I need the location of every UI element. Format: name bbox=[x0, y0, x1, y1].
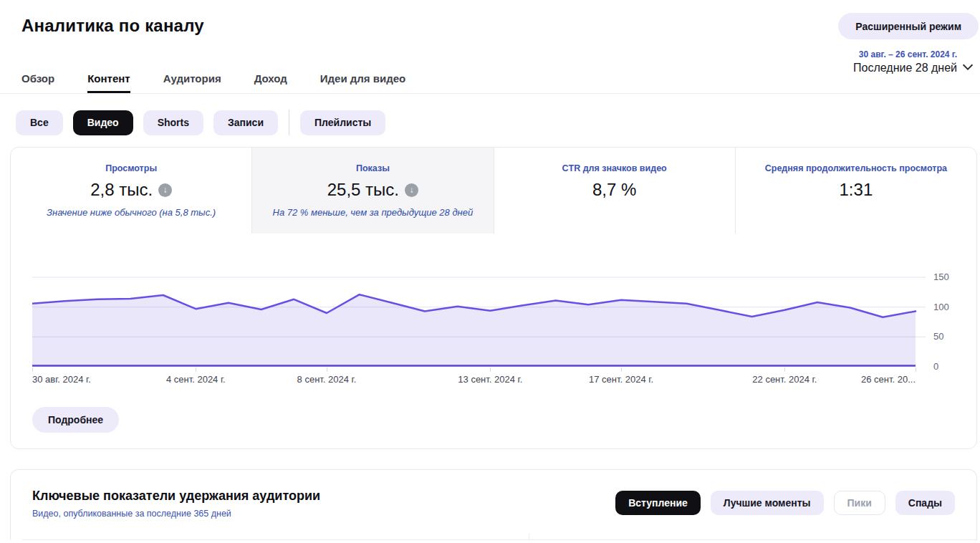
x-axis-tick-label: 8 сент. 2024 г. bbox=[297, 374, 357, 385]
header-divider bbox=[0, 93, 980, 94]
metric-value-text: 8,7 % bbox=[592, 180, 636, 200]
filter-chip-shorts[interactable]: Shorts bbox=[143, 110, 203, 135]
arrow-down-circle-icon: ↓ bbox=[405, 183, 418, 197]
metric-impressions[interactable]: Показы 25,5 тыс. ↓ На 72 % меньше, чем з… bbox=[251, 148, 493, 234]
metric-value: 2,8 тыс. ↓ bbox=[19, 180, 243, 200]
metric-note: На 72 % меньше, чем за предыдущие 28 дне… bbox=[261, 207, 484, 218]
metric-value-text: 25,5 тыс. bbox=[327, 180, 399, 200]
x-axis-tick-mark bbox=[327, 367, 327, 372]
x-axis-tick-mark bbox=[621, 367, 622, 372]
filter-chip-divider bbox=[289, 110, 289, 135]
chevron-down-icon[interactable] bbox=[960, 59, 976, 77]
x-axis-tick-mark bbox=[32, 367, 33, 372]
metric-label: Средняя продолжительность просмотра bbox=[744, 163, 968, 173]
metrics-row: Просмотры 2,8 тыс. ↓ Значение ниже обычн… bbox=[11, 148, 976, 234]
retention-section: Ключевые показатели удержания аудитории … bbox=[10, 469, 977, 540]
header: Аналитика по каналу Расширенный режим 30… bbox=[0, 0, 980, 93]
advanced-mode-button[interactable]: Расширенный режим bbox=[838, 13, 979, 39]
y-axis-tick-label: 100 bbox=[933, 302, 949, 312]
retention-button-dips[interactable]: Спады bbox=[895, 491, 955, 515]
metric-value-text: 2,8 тыс. bbox=[90, 180, 153, 200]
page-title: Аналитика по каналу bbox=[21, 0, 980, 36]
x-axis-tick-mark bbox=[784, 367, 785, 372]
metric-label: Показы bbox=[261, 163, 484, 173]
x-axis-labels: 30 авг. 2024 г.4 сент. 2024 г.8 сент. 20… bbox=[32, 367, 916, 390]
tab-content[interactable]: Контент bbox=[87, 72, 130, 93]
x-axis-tick-mark bbox=[490, 367, 491, 372]
chart-plot-area[interactable] bbox=[32, 244, 926, 367]
y-axis-tick-label: 0 bbox=[933, 361, 938, 372]
x-axis-tick-label: 26 сент. 20... bbox=[861, 374, 916, 385]
x-axis-tick-label: 17 сент. 2024 г. bbox=[589, 374, 653, 385]
x-axis-tick-mark bbox=[916, 367, 916, 372]
metric-ctr[interactable]: CTR для значков видео 8,7 % bbox=[494, 148, 735, 234]
tab-revenue[interactable]: Доход bbox=[254, 72, 287, 93]
metric-value: 25,5 тыс. ↓ bbox=[261, 180, 484, 200]
y-axis-tick-label: 50 bbox=[933, 331, 943, 342]
retention-button-top-moments[interactable]: Лучшие моменты bbox=[711, 491, 824, 515]
details-button[interactable]: Подробнее bbox=[32, 407, 119, 433]
x-axis-tick-label: 30 авг. 2024 г. bbox=[32, 374, 91, 385]
views-line-chart: 150100500 30 авг. 2024 г.4 сент. 2024 г.… bbox=[32, 244, 976, 390]
x-axis-tick-mark bbox=[196, 367, 196, 372]
y-axis-tick-label: 150 bbox=[933, 272, 949, 282]
tab-video-ideas[interactable]: Идеи для видео bbox=[320, 72, 405, 93]
x-axis-tick-label: 13 сент. 2024 г. bbox=[458, 374, 522, 385]
retention-button-spikes[interactable]: Пики bbox=[834, 491, 885, 515]
tab-audience[interactable]: Аудитория bbox=[163, 72, 221, 93]
metric-views[interactable]: Просмотры 2,8 тыс. ↓ Значение ниже обычн… bbox=[11, 148, 251, 234]
metric-label: CTR для значков видео bbox=[503, 163, 726, 173]
arrow-down-circle-icon: ↓ bbox=[158, 183, 172, 197]
x-axis-tick-label: 4 сент. 2024 г. bbox=[166, 374, 226, 385]
metric-value-text: 1:31 bbox=[840, 180, 873, 200]
retention-button-group: Вступление Лучшие моменты Пики Спады bbox=[615, 491, 955, 515]
metric-label: Просмотры bbox=[19, 163, 243, 173]
filter-chip-posts[interactable]: Записи bbox=[213, 110, 278, 135]
filter-chip-all[interactable]: Все bbox=[16, 110, 63, 135]
tab-bar: Обзор Контент Аудитория Доход Идеи для в… bbox=[21, 72, 405, 93]
metric-avg-view-duration[interactable]: Средняя продолжительность просмотра 1:31 bbox=[735, 148, 976, 234]
retention-table-column-divider bbox=[529, 534, 529, 540]
date-range-picker[interactable]: 30 авг. – 26 сент. 2024 г. Последние 28 … bbox=[853, 49, 957, 75]
filter-chip-playlists[interactable]: Плейлисты bbox=[300, 110, 385, 135]
y-axis-labels: 150100500 bbox=[933, 244, 965, 367]
metric-value: 1:31 bbox=[744, 180, 968, 200]
metric-value: 8,7 % bbox=[503, 180, 726, 200]
retention-button-intro[interactable]: Вступление bbox=[615, 491, 701, 515]
content-type-filter-bar: Все Видео Shorts Записи Плейлисты bbox=[16, 110, 980, 135]
date-preset-text: Последние 28 дней bbox=[853, 62, 957, 75]
tab-overview[interactable]: Обзор bbox=[21, 72, 54, 93]
filter-chip-video[interactable]: Видео bbox=[73, 110, 133, 135]
retention-table-divider bbox=[22, 539, 976, 540]
x-axis-tick-label: 22 сент. 2024 г. bbox=[752, 374, 817, 385]
analytics-card: Просмотры 2,8 тыс. ↓ Значение ниже обычн… bbox=[10, 147, 977, 449]
chart-area-fill bbox=[32, 294, 916, 367]
metric-note: Значение ниже обычного (на 5,8 тыс.) bbox=[19, 207, 243, 218]
date-range-text: 30 авг. – 26 сент. 2024 г. bbox=[853, 49, 957, 59]
